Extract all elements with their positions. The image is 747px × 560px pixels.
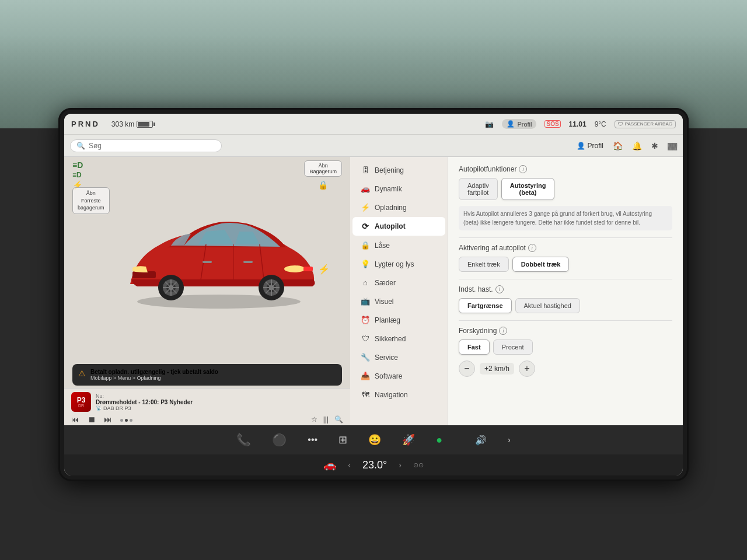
sidebar-item-service[interactable]: 🔧 Service	[352, 348, 445, 366]
planlaeg-icon: ⏰	[361, 316, 370, 324]
notification-text: Betalt opladn. utilgængelig - tjek ubeta…	[90, 369, 218, 381]
equalizer-icon[interactable]: |||	[323, 415, 329, 424]
visuel-icon: 📺	[361, 297, 370, 306]
sikkerhed-label: Sikkerhed	[375, 335, 406, 343]
rocket-taskbar-icon[interactable]: 🚀	[397, 431, 420, 449]
sidebar-item-software[interactable]: 📥 Software	[352, 367, 445, 385]
menu-taskbar-icon[interactable]: •••	[303, 432, 322, 447]
prev-track-button[interactable]: ⏮	[71, 415, 79, 424]
rear-trunk-label: ÅbnBagagerum	[309, 163, 337, 174]
bottom-taskbar: 📞 ⚫ ••• ⊞ 😀 🚀 ● 🔊 ›	[64, 425, 683, 454]
sidebar-item-planlaeg[interactable]: ⏰ Planlæg	[352, 311, 445, 329]
favorite-icon[interactable]: ☆	[311, 415, 317, 424]
sidebar-item-betjening[interactable]: 🎛 Betjening	[352, 161, 445, 179]
sidebar-item-autopilot[interactable]: ⟳ Autopilot	[352, 217, 445, 236]
battery-fill	[138, 122, 149, 127]
activation-section: Aktivering af autopilot i Enkelt træk Do…	[459, 244, 672, 272]
autosteer-button[interactable]: Autostyring(beta)	[501, 178, 555, 200]
nav-bluetooth-icon[interactable]: ✱	[651, 141, 658, 150]
autopilot-info-icon[interactable]: i	[519, 165, 527, 173]
opladning-label: Opladning	[375, 204, 407, 212]
single-pull-button[interactable]: Enkelt træk	[459, 257, 509, 272]
temp-bar: 🚗 ‹ 23.0° › ⊙⊙	[64, 454, 683, 475]
screen: PRND 303 km 📷 👤 Profil SOS 11.01 9°C 🛡 P	[64, 114, 683, 475]
double-pull-button[interactable]: Dobbelt træk	[512, 257, 570, 272]
status-bar: PRND 303 km 📷 👤 Profil SOS 11.01 9°C 🛡 P	[64, 114, 683, 135]
service-icon: 🔧	[361, 353, 370, 362]
right-panel: 🎛 Betjening 🚗 Dynamik ⚡ Opladning ⟳ Auto…	[350, 157, 683, 425]
front-trunk-button[interactable]: ÅbnForrestebagagerum	[72, 187, 110, 214]
battery-icon	[137, 121, 153, 128]
stop-button[interactable]: ⏹	[88, 415, 96, 424]
chevron-right-icon[interactable]: ›	[503, 433, 515, 447]
car-image: ⚡	[108, 198, 330, 309]
search-input[interactable]	[89, 142, 215, 150]
sidebar-item-navigation[interactable]: 🗺 Navigation	[352, 386, 445, 404]
sidebar-item-visuel[interactable]: 📺 Visuel	[352, 292, 445, 310]
volume-icon[interactable]: 🔊	[470, 432, 491, 448]
radio-p3: P3	[77, 397, 86, 404]
range-value: 303 km	[111, 120, 134, 128]
svg-rect-23	[203, 261, 212, 263]
airbag-icon: 🛡	[618, 121, 623, 127]
offset-label: Forskydning	[459, 327, 497, 335]
sidebar-item-lygter[interactable]: 💡 Lygter og lys	[352, 255, 445, 273]
notification-subtitle: Mobilapp > Menu > Opladning	[90, 375, 218, 381]
offset-info-icon[interactable]: i	[499, 327, 507, 335]
saeder-label: Sæder	[375, 279, 396, 287]
car-image-area: ⚡	[99, 186, 338, 320]
spotify-taskbar-icon[interactable]: ●	[431, 432, 447, 449]
speed-limit-button[interactable]: Fartgrænse	[459, 298, 512, 313]
nav-profile-btn[interactable]: 👤 Profil	[577, 142, 603, 150]
settings-sidebar: 🎛 Betjening 🚗 Dynamik ⚡ Opladning ⟳ Auto…	[350, 157, 448, 425]
emoji-taskbar-icon[interactable]: 😀	[364, 431, 386, 449]
planlaeg-label: Planlæg	[375, 316, 400, 324]
radio-badge: P3 DR	[71, 392, 91, 412]
search-icon: 🔍	[76, 142, 85, 150]
warning-icon: ⚠	[78, 369, 86, 378]
temp-chevron-left[interactable]: ‹	[348, 460, 351, 470]
next-track-button[interactable]: ⏭	[104, 415, 112, 424]
fan-icon: ⊙⊙	[413, 461, 424, 469]
speed-options: Fartgrænse Aktuel hastighed	[459, 298, 672, 313]
sidebar-item-opladning[interactable]: ⚡ Opladning	[352, 198, 445, 216]
camera-taskbar-icon[interactable]: ⚫	[267, 430, 291, 449]
profile-button[interactable]: 👤 Profil	[502, 119, 536, 129]
nav-home-icon[interactable]: 🏠	[613, 141, 623, 150]
divider-2	[459, 279, 672, 279]
music-now-label: Nu:	[96, 393, 343, 399]
sidebar-item-laase[interactable]: 🔒 Låse	[352, 236, 445, 254]
sidebar-item-saeder[interactable]: ⌂ Sæder	[352, 274, 445, 292]
range-badge: 303 km	[111, 120, 153, 128]
stepper-minus-button[interactable]: −	[459, 360, 475, 377]
sikkerhed-icon: 🛡	[361, 334, 370, 343]
activation-info-icon[interactable]: i	[528, 244, 536, 252]
left-panel: ≡D ≡D ⚡ ÅbnBagagerum	[64, 157, 350, 425]
svg-rect-24	[243, 261, 253, 263]
person-icon: 👤	[507, 120, 515, 128]
sidebar-item-dynamik[interactable]: 🚗 Dynamik	[352, 180, 445, 198]
search-box[interactable]: 🔍	[70, 139, 222, 152]
dot-3	[130, 419, 132, 422]
apps-taskbar-icon[interactable]: ⊞	[334, 431, 352, 449]
temp-chevron-right[interactable]: ›	[399, 460, 402, 470]
current-speed-button[interactable]: Aktuel hastighed	[515, 298, 580, 313]
navigation-icon: 🗺	[361, 390, 370, 399]
fixed-button[interactable]: Fast	[459, 340, 490, 355]
sidebar-item-sikkerhed[interactable]: 🛡 Sikkerhed	[352, 330, 445, 348]
search-music-icon[interactable]: 🔍	[334, 415, 343, 424]
nav-bell-icon[interactable]: 🔔	[632, 141, 642, 150]
opladning-icon: ⚡	[361, 203, 370, 212]
speed-info-icon[interactable]: i	[495, 285, 504, 293]
percent-button[interactable]: Procent	[493, 340, 533, 355]
phone-taskbar-icon[interactable]: 📞	[232, 430, 256, 449]
stepper-plus-button[interactable]: +	[519, 360, 535, 377]
adaptive-cruise-button[interactable]: Adaptivfartpilot	[459, 178, 498, 200]
autopilot-icon: ⟳	[361, 222, 370, 231]
activation-section-title: Aktivering af autopilot i	[459, 244, 672, 252]
offset-section-title: Forskydning i	[459, 327, 672, 335]
rear-trunk-button[interactable]: ÅbnBagagerum	[304, 160, 342, 177]
lygter-label: Lygter og lys	[375, 260, 414, 268]
tablet-bezel: PRND 303 km 📷 👤 Profil SOS 11.01 9°C 🛡 P	[58, 108, 689, 481]
software-icon: 📥	[361, 372, 370, 380]
